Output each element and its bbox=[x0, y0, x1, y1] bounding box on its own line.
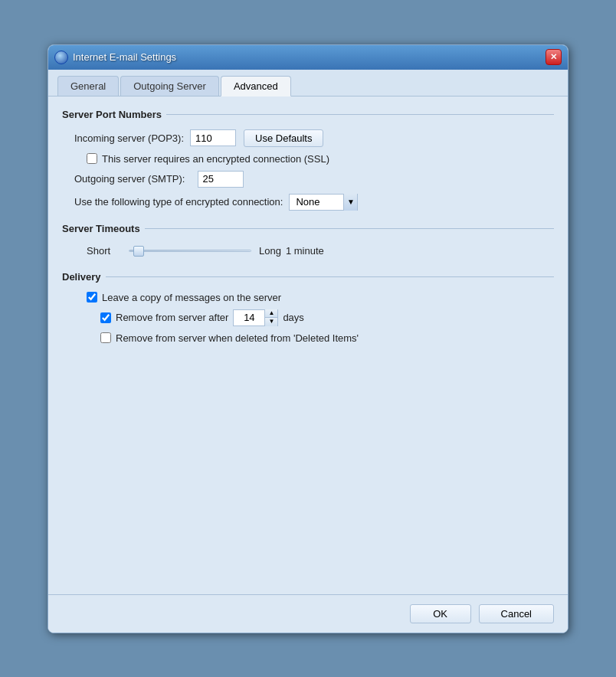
dialog-window: Internet E-mail Settings ✕ General Outgo… bbox=[48, 44, 568, 633]
server-timeouts-section: Server Timeouts Short Long 1 minute bbox=[62, 223, 554, 259]
timeout-value: 1 minute bbox=[286, 245, 324, 257]
incoming-server-input[interactable] bbox=[190, 129, 236, 146]
timeout-slider[interactable] bbox=[129, 244, 251, 259]
title-bar: Internet E-mail Settings ✕ bbox=[48, 45, 568, 70]
dropdown-arrow-icon[interactable]: ▼ bbox=[343, 194, 357, 211]
tabs-bar: General Outgoing Server Advanced bbox=[48, 70, 568, 96]
tab-advanced[interactable]: Advanced bbox=[221, 76, 291, 96]
server-port-numbers-title: Server Port Numbers bbox=[62, 109, 162, 120]
encrypted-connection-row: Use the following type of encrypted conn… bbox=[62, 194, 554, 211]
spinbox-arrows: ▲ ▼ bbox=[264, 309, 277, 326]
leave-copy-row: Leave a copy of messages on the server bbox=[62, 292, 554, 303]
incoming-server-row: Incoming server (POP3): Use Defaults bbox=[62, 129, 554, 147]
app-icon bbox=[54, 51, 68, 64]
title-bar-left: Internet E-mail Settings bbox=[54, 51, 176, 64]
timeout-slider-row: Short Long 1 minute bbox=[62, 244, 554, 259]
days-suffix-label: days bbox=[283, 312, 303, 323]
spinbox-down-button[interactable]: ▼ bbox=[265, 318, 277, 326]
tab-outgoing-server[interactable]: Outgoing Server bbox=[120, 76, 219, 96]
leave-copy-checkbox[interactable] bbox=[87, 292, 97, 303]
ssl-checkbox-label: This server requires an encrypted connec… bbox=[102, 153, 329, 165]
outgoing-server-label: Outgoing server (SMTP): bbox=[74, 173, 185, 185]
remove-deleted-row: Remove from server when deleted from 'De… bbox=[62, 332, 554, 344]
tab-general[interactable]: General bbox=[57, 76, 119, 96]
remove-after-label: Remove from server after bbox=[116, 312, 228, 323]
ssl-checkbox-row: This server requires an encrypted connec… bbox=[62, 153, 554, 165]
remove-deleted-checkbox[interactable] bbox=[100, 332, 111, 343]
section-divider-3 bbox=[106, 276, 554, 277]
long-label: Long bbox=[259, 245, 281, 257]
ssl-checkbox[interactable] bbox=[87, 153, 97, 164]
days-spinbox[interactable]: ▲ ▼ bbox=[233, 309, 278, 326]
cancel-button[interactable]: Cancel bbox=[479, 604, 554, 623]
server-port-numbers-header: Server Port Numbers bbox=[62, 109, 554, 120]
server-timeouts-header: Server Timeouts bbox=[62, 223, 554, 234]
remove-after-checkbox[interactable] bbox=[100, 312, 111, 323]
use-defaults-button[interactable]: Use Defaults bbox=[244, 129, 323, 147]
remove-after-row: Remove from server after ▲ ▼ days bbox=[62, 309, 554, 326]
spinbox-up-button[interactable]: ▲ bbox=[265, 309, 277, 318]
dialog-footer: OK Cancel bbox=[48, 594, 568, 633]
close-button[interactable]: ✕ bbox=[546, 49, 562, 65]
server-timeouts-title: Server Timeouts bbox=[62, 223, 140, 234]
window-title: Internet E-mail Settings bbox=[73, 51, 176, 63]
ok-button[interactable]: OK bbox=[410, 604, 471, 623]
outgoing-server-input[interactable] bbox=[198, 171, 244, 188]
leave-copy-label: Leave a copy of messages on the server bbox=[102, 292, 281, 303]
encrypted-connection-dropdown[interactable]: None ▼ bbox=[289, 194, 358, 211]
timeout-right: Long 1 minute bbox=[259, 245, 324, 257]
delivery-header: Delivery bbox=[62, 271, 554, 283]
outgoing-server-row: Outgoing server (SMTP): bbox=[62, 171, 554, 188]
remove-deleted-label: Remove from server when deleted from 'De… bbox=[116, 332, 359, 344]
slider-thumb[interactable] bbox=[133, 246, 144, 257]
section-divider-2 bbox=[145, 228, 554, 229]
delivery-section: Delivery Leave a copy of messages on the… bbox=[62, 271, 554, 344]
delivery-title: Delivery bbox=[62, 271, 101, 283]
short-label: Short bbox=[87, 245, 121, 257]
encrypted-connection-label: Use the following type of encrypted conn… bbox=[74, 196, 283, 208]
content-area: Server Port Numbers Incoming server (POP… bbox=[48, 96, 568, 594]
server-port-numbers-section: Server Port Numbers Incoming server (POP… bbox=[62, 109, 554, 211]
slider-line bbox=[129, 250, 251, 252]
encrypted-connection-value: None bbox=[290, 194, 343, 211]
section-divider-1 bbox=[166, 114, 554, 115]
incoming-server-label: Incoming server (POP3): bbox=[74, 132, 184, 144]
days-input[interactable] bbox=[234, 310, 264, 325]
